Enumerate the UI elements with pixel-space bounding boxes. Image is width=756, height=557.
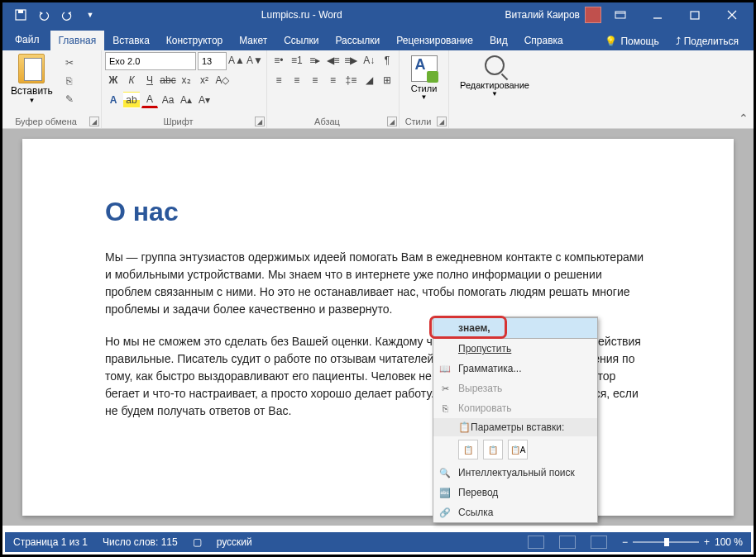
tab-layout[interactable]: Макет [231, 31, 275, 50]
paste-keep-source-icon[interactable]: 📋 [458, 440, 478, 459]
heading: О нас [105, 197, 651, 227]
zoom-in-button[interactable]: + [704, 536, 710, 548]
highlight-icon[interactable]: ab [123, 92, 140, 108]
paragraph-1: Мы — группа энтузиастов одержимых идеей … [105, 249, 651, 318]
cm-skip[interactable]: Пропустить [433, 339, 597, 359]
minimize-button[interactable] [639, 2, 676, 27]
group-paragraph: ≡• ≡1 ≡▸ ◀≡ ≡▶ A↓ ¶ ≡ ≡ ≡ ≡ ‡≡ ◢ ⊞ Абзац… [267, 50, 400, 128]
paste-text-only-icon[interactable]: 📋A [508, 440, 528, 459]
collapse-ribbon-icon[interactable]: ⌃ [739, 112, 749, 125]
user-account[interactable]: Виталий Каиров [505, 7, 601, 23]
cm-smart-lookup[interactable]: 🔍Интеллектуальный поиск [433, 463, 597, 483]
group-label-styles: Стили [400, 117, 437, 126]
align-center-icon[interactable]: ≡ [289, 72, 305, 88]
shrink-font2-icon[interactable]: A▾ [196, 92, 213, 108]
text-effects-icon[interactable]: A [105, 92, 122, 108]
tab-mailings[interactable]: Рассылки [327, 31, 388, 50]
cm-grammar[interactable]: 📖Грамматика... [433, 359, 597, 378]
superscript-button[interactable]: x² [196, 72, 213, 88]
tell-me-search[interactable]: 💡Помощь [598, 32, 665, 50]
user-avatar-icon [585, 7, 601, 23]
ribbon: Вставить ▼ ✂ ⎘ ✎ Буфер обмена ◢ Exo 2.0 … [2, 50, 754, 129]
view-print-icon[interactable] [559, 536, 576, 549]
font-size-combo[interactable]: 13 [198, 52, 227, 70]
window-controls [601, 2, 750, 27]
subscript-button[interactable]: x₂ [178, 72, 194, 88]
save-icon[interactable] [12, 7, 29, 23]
underline-button[interactable]: Ч [141, 72, 158, 88]
status-language[interactable]: русский [217, 536, 252, 548]
decrease-indent-icon[interactable]: ◀≡ [325, 52, 342, 69]
tab-references[interactable]: Ссылки [275, 31, 327, 50]
copy-icon: ⎘ [438, 402, 452, 415]
qat-dropdown-icon[interactable]: ▼ [82, 7, 98, 23]
ribbon-display-button[interactable] [601, 2, 639, 27]
cm-translate[interactable]: 🔤Перевод [433, 483, 597, 502]
cut-icon[interactable]: ✂ [61, 55, 78, 70]
borders-icon[interactable]: ⊞ [379, 72, 395, 88]
proofing-icon[interactable]: ▢ [193, 536, 202, 548]
line-spacing-icon[interactable]: ‡≡ [342, 72, 359, 88]
align-right-icon[interactable]: ≡ [307, 72, 323, 88]
copy-icon[interactable]: ⎘ [61, 74, 78, 88]
styles-button[interactable]: Стили ▼ [403, 52, 445, 101]
show-marks-icon[interactable]: ¶ [379, 52, 395, 69]
strike-button[interactable]: abc [160, 72, 176, 88]
grow-font2-icon[interactable]: A▴ [178, 92, 194, 108]
tab-home[interactable]: Главная [50, 31, 105, 50]
clear-format-icon[interactable]: A◇ [214, 72, 231, 88]
tab-help[interactable]: Справка [516, 31, 572, 50]
redo-icon[interactable] [59, 7, 75, 23]
zoom-level[interactable]: 100 % [715, 536, 743, 548]
format-painter-icon[interactable]: ✎ [61, 92, 78, 107]
font-color-icon[interactable]: A [141, 92, 158, 108]
editing-button[interactable]: Редактирование ▼ [452, 52, 537, 98]
increase-indent-icon[interactable]: ≡▶ [342, 52, 359, 69]
maximize-button[interactable] [676, 2, 713, 27]
tab-file[interactable]: Файл [4, 29, 50, 50]
chevron-down-icon: ▼ [421, 93, 428, 101]
numbering-icon[interactable]: ≡1 [289, 52, 305, 69]
align-left-icon[interactable]: ≡ [270, 72, 287, 88]
tab-insert[interactable]: Вставка [104, 31, 158, 50]
zoom-slider[interactable] [633, 541, 699, 543]
bullets-icon[interactable]: ≡• [270, 52, 287, 69]
shrink-font-icon[interactable]: A▼ [246, 52, 263, 69]
cm-link[interactable]: 🔗Ссылка [433, 502, 597, 522]
document-page[interactable]: О нас Мы — группа энтузиастов одержимых … [22, 139, 734, 516]
context-menu: знаем, Пропустить 📖Грамматика... ✂Выреза… [433, 317, 598, 523]
view-web-icon[interactable] [591, 536, 607, 549]
tab-design[interactable]: Конструктор [158, 31, 231, 50]
sort-icon[interactable]: A↓ [361, 52, 377, 69]
chevron-down-icon: ▼ [491, 90, 498, 98]
close-button[interactable] [713, 2, 750, 27]
status-page[interactable]: Страница 1 из 1 [13, 536, 88, 548]
justify-icon[interactable]: ≡ [325, 72, 342, 88]
cm-suggestion[interactable]: знаем, [433, 317, 597, 339]
zoom-out-button[interactable]: − [622, 536, 628, 548]
status-words[interactable]: Число слов: 115 [103, 536, 178, 548]
multilevel-icon[interactable]: ≡▸ [307, 52, 323, 69]
grow-font-icon[interactable]: A▲ [228, 52, 245, 69]
paste-button[interactable]: Вставить ▼ [6, 52, 58, 112]
font-launcher[interactable]: ◢ [255, 117, 265, 126]
find-icon [485, 55, 505, 75]
change-case-icon[interactable]: Aa [160, 92, 176, 108]
undo-icon[interactable] [36, 7, 52, 23]
paragraph-launcher[interactable]: ◢ [387, 117, 397, 126]
share-button[interactable]: ⤴Поделиться [669, 32, 745, 50]
clipboard-launcher[interactable]: ◢ [89, 117, 99, 126]
paste-merge-icon[interactable]: 📋 [483, 440, 503, 459]
tab-review[interactable]: Рецензирование [388, 31, 481, 50]
bold-button[interactable]: Ж [105, 72, 122, 88]
view-read-icon[interactable] [528, 536, 544, 549]
font-name-combo[interactable]: Exo 2.0 [105, 52, 196, 70]
shading-icon[interactable]: ◢ [361, 72, 377, 88]
styles-launcher[interactable]: ◢ [437, 117, 447, 126]
cm-copy[interactable]: ⎘Копировать [433, 398, 597, 418]
tab-view[interactable]: Вид [481, 31, 516, 50]
cm-cut[interactable]: ✂Вырезать [433, 378, 597, 398]
italic-button[interactable]: К [123, 72, 140, 88]
clipboard-icon: 📋 [458, 421, 471, 433]
lightbulb-icon: 💡 [605, 36, 617, 47]
